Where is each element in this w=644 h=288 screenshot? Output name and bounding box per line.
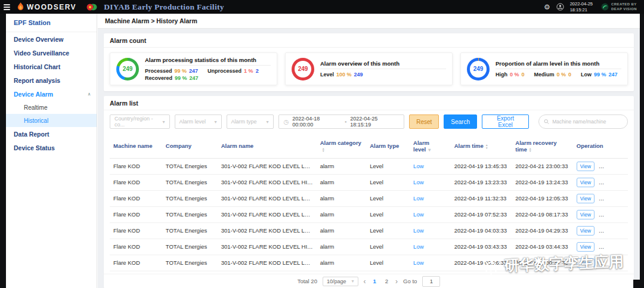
- chevron-down-icon: ▾: [163, 119, 165, 125]
- expand-button[interactable]: Expand▾: [599, 178, 626, 187]
- cell-machine-name: Flare KOD: [110, 206, 162, 222]
- view-button[interactable]: View: [577, 210, 595, 219]
- card-stats: Level100 %249: [320, 72, 446, 78]
- table-row[interactable]: Flare KOD TOTAL Energies 301-V-002 FLARE…: [110, 158, 628, 174]
- cell-company: TOTAL Energies: [162, 222, 218, 239]
- sidebar-item-historical[interactable]: Historical: [6, 114, 97, 127]
- table-row[interactable]: Flare KOD TOTAL Energies 301-V-002 FLARE…: [110, 206, 628, 222]
- card-title: Alarm processing statistics of this mont…: [145, 57, 271, 66]
- stat-item: Unprocessed1 %2: [208, 68, 259, 74]
- page-number-2[interactable]: 2: [383, 278, 390, 284]
- sidebar-item-device-status[interactable]: Device Status: [6, 141, 97, 154]
- date-range-picker[interactable]: ◷ 2022-04-18 00:00:00 - 2022-04-25 18:15…: [278, 114, 405, 129]
- cell-alarm-name: 301-V-002 FLARE KOD LEVEL HIGH: [218, 239, 317, 255]
- cell-alarm-type: Level: [366, 239, 410, 255]
- search-button[interactable]: Search: [444, 114, 477, 129]
- cell-alarm-name: 301-V-002 FLARE KOD LEVEL LOW: [218, 190, 317, 206]
- right-edge-bar: [640, 0, 644, 288]
- view-button[interactable]: View: [577, 258, 595, 268]
- machine-search-input[interactable]: [552, 119, 623, 125]
- top-header: WOODSERV DIYAB Early Production Facility…: [0, 0, 644, 14]
- user-icon[interactable]: [556, 3, 564, 11]
- cell-operation: View Expand▾: [573, 239, 628, 255]
- cell-alarm-recovery-time: 2022-04-19 12:05:33: [512, 190, 573, 206]
- cell-alarm-name: 301-V-002 FLARE KOD LEVEL LOW LOW: [218, 255, 317, 271]
- view-button[interactable]: View: [577, 242, 595, 252]
- sidebar-item-device-overview[interactable]: Device Overview: [6, 32, 97, 46]
- card-stats: Processed99 %247Unprocessed1 %2Recovered…: [145, 68, 271, 81]
- machine-search-box[interactable]: [538, 114, 628, 129]
- alarm-level-select-value: Alarm level: [179, 119, 206, 125]
- stat-item: Low99 %247: [581, 72, 618, 78]
- sort-icon[interactable]: ▲▼: [322, 147, 325, 153]
- cell-alarm-type: Level: [366, 222, 410, 239]
- alarm-type-select-value: Alarm type: [231, 119, 257, 125]
- page-number-1[interactable]: 1: [371, 278, 378, 284]
- expand-button[interactable]: Expand▾: [599, 162, 626, 171]
- expand-button[interactable]: Expand▾: [599, 242, 626, 252]
- cell-operation: View Expand▾: [573, 206, 628, 222]
- region-select[interactable]: Country/region - co... ▾: [110, 114, 170, 129]
- hamburger-menu-icon[interactable]: [0, 4, 13, 10]
- sidebar-item-video-surveillance[interactable]: Video Surveillance: [6, 46, 97, 60]
- view-button[interactable]: View: [577, 194, 595, 203]
- view-button[interactable]: View: [577, 178, 595, 187]
- content-area: Alarm count 249 Alarm processing statist…: [98, 29, 640, 288]
- cell-alarm-category: alarm: [317, 158, 366, 174]
- cell-alarm-time: 2022-04-19 07:52:33: [451, 206, 512, 222]
- col-alarm-time: Alarm time▲▼: [451, 134, 512, 158]
- sort-icon[interactable]: ▲▼: [485, 144, 488, 149]
- cell-company: TOTAL Energies: [162, 174, 218, 190]
- sidebar-item-data-report[interactable]: Data Report: [6, 127, 97, 141]
- cell-machine-name: Flare KOD: [110, 255, 162, 271]
- bottom-right-corner: [633, 280, 644, 288]
- reset-button[interactable]: Reset: [409, 114, 439, 129]
- expand-button[interactable]: Expand▾: [599, 258, 626, 268]
- card-title: Proportion of alarm level in this month: [496, 60, 621, 69]
- alarm-table: Machine name Company Alarm name Alarm ca…: [110, 134, 628, 274]
- cell-alarm-time: 2022-04-19 00:26:33: [451, 255, 512, 271]
- pagination-bar: Total 20 10/page ▾ ‹ 1 2 › Go to: [104, 274, 634, 288]
- stat-item: Level100 %249: [320, 72, 363, 78]
- table-row[interactable]: Flare KOD TOTAL Energies 301-V-002 FLARE…: [110, 174, 628, 190]
- cell-alarm-time: 2022-04-19 11:32:33: [451, 190, 512, 206]
- page-size-value: 10/page: [327, 278, 346, 284]
- expand-button[interactable]: Expand▾: [599, 226, 626, 236]
- table-row[interactable]: Flare KOD TOTAL Energies 301-V-002 FLARE…: [110, 239, 628, 255]
- donut-chart: 249: [467, 58, 490, 80]
- goto-page-input[interactable]: [422, 276, 440, 287]
- expand-button[interactable]: Expand▾: [599, 210, 626, 219]
- view-button[interactable]: View: [577, 226, 595, 236]
- alarm-level-select[interactable]: Alarm level ▾: [175, 114, 222, 129]
- alarm-count-panel: Alarm count 249 Alarm processing statist…: [104, 33, 634, 91]
- sidebar-item-report-analysis[interactable]: Report analysis: [6, 73, 97, 87]
- table-row[interactable]: Flare KOD TOTAL Energies 301-V-002 FLARE…: [110, 255, 628, 271]
- sidebar-item-realtime[interactable]: Realtime: [6, 101, 97, 114]
- next-page-button[interactable]: ›: [395, 278, 398, 285]
- created-by-text: CREATED BY DEAP VISION: [611, 2, 637, 12]
- card-title: Alarm overview of this month: [320, 60, 446, 69]
- gear-icon[interactable]: ⚙: [544, 4, 550, 11]
- export-excel-button[interactable]: Export Excel: [482, 114, 529, 129]
- col-company: Company: [162, 134, 218, 158]
- sidebar-item-historical-chart[interactable]: Historical Chart: [6, 60, 97, 73]
- page-size-select[interactable]: 10/page ▾: [323, 277, 358, 286]
- cell-company: TOTAL Energies: [162, 239, 218, 255]
- cell-alarm-level: Low: [410, 190, 451, 206]
- sidebar-item-epf-station[interactable]: EPF Station: [6, 14, 97, 32]
- table-row[interactable]: Flare KOD TOTAL Energies 301-V-002 FLARE…: [110, 222, 628, 239]
- table-row[interactable]: Flare KOD TOTAL Energies 301-V-002 FLARE…: [110, 190, 628, 206]
- cell-alarm-level: Low: [410, 206, 451, 222]
- filter-caret-icon[interactable]: ▾: [428, 147, 431, 153]
- expand-button[interactable]: Expand▾: [599, 194, 626, 203]
- sidebar-item-device-alarm[interactable]: Device Alarm ∧: [6, 87, 97, 101]
- chevron-down-icon: ▾: [621, 261, 623, 265]
- alarm-type-select[interactable]: Alarm type ▾: [227, 114, 274, 129]
- prev-page-button[interactable]: ‹: [364, 278, 366, 285]
- sidebar-item-label: Report analysis: [14, 77, 60, 84]
- sidebar-item-label: Device Alarm: [14, 91, 53, 98]
- donut-value: 249: [298, 66, 308, 72]
- sort-icon[interactable]: ▲▼: [529, 147, 532, 153]
- cell-alarm-category: alarm: [317, 222, 366, 239]
- view-button[interactable]: View: [577, 162, 595, 171]
